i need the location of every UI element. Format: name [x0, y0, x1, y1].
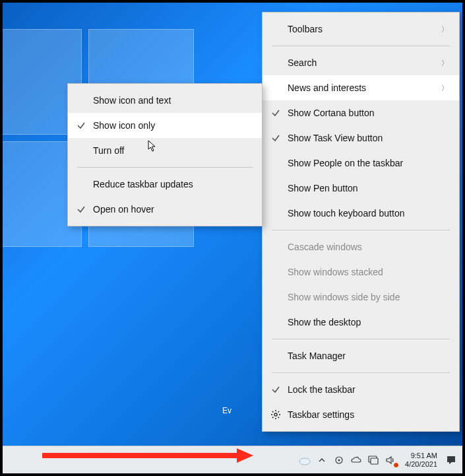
volume-icon[interactable] — [384, 454, 397, 467]
menu-label: Reduce taskbar updates — [93, 179, 251, 189]
menu-item-cascade-windows: Cascade windows — [263, 234, 459, 259]
submenu-item-turn-off[interactable]: Turn off — [68, 138, 262, 163]
menu-label: Turn off — [93, 145, 251, 156]
menu-label: Show touch keyboard button — [288, 208, 449, 219]
menu-label: Show icon only — [93, 120, 251, 131]
menu-item-show-desktop[interactable]: Show the desktop — [263, 310, 459, 335]
chevron-right-icon: 〉 — [441, 83, 449, 93]
menu-item-search[interactable]: Search 〉 — [263, 50, 459, 75]
menu-item-toolbars[interactable]: Toolbars 〉 — [263, 17, 459, 42]
menu-label: Show windows side by side — [288, 292, 449, 302]
menu-label: Show icon and text — [93, 95, 251, 106]
taskbar-context-menu: Toolbars 〉 Search 〉 News and interests 〉… — [262, 12, 460, 432]
menu-label: Show Pen button — [288, 183, 449, 193]
menu-item-show-people[interactable]: Show People on the taskbar — [263, 151, 459, 176]
menu-label: Task Manager — [288, 351, 449, 361]
menu-item-show-windows-side-by-side: Show windows side by side — [263, 285, 459, 310]
svg-point-0 — [274, 413, 277, 416]
action-center-icon[interactable] — [445, 454, 457, 466]
check-icon — [270, 108, 281, 118]
submenu-item-reduce-taskbar-updates[interactable]: Reduce taskbar updates — [68, 172, 262, 197]
gear-icon — [270, 409, 281, 420]
menu-separator — [272, 230, 450, 230]
menu-item-lock-taskbar[interactable]: Lock the taskbar — [263, 377, 459, 402]
menu-label: Show Cortana button — [288, 108, 449, 118]
menu-label: Taskbar settings — [288, 409, 449, 420]
menu-label: Show the desktop — [288, 317, 449, 327]
menu-item-show-cortana-button[interactable]: Show Cortana button — [263, 100, 459, 125]
error-badge-icon — [393, 462, 399, 468]
taskbar-time: 9:51 AM — [411, 452, 437, 460]
menu-item-news-and-interests[interactable]: News and interests 〉 — [263, 75, 459, 100]
menu-label: Cascade windows — [288, 242, 449, 252]
menu-item-show-task-view-button[interactable]: Show Task View button — [263, 125, 459, 151]
check-icon — [270, 384, 281, 395]
menu-separator — [272, 339, 450, 339]
menu-label: Lock the taskbar — [288, 384, 449, 395]
menu-separator — [272, 372, 450, 373]
svg-point-3 — [338, 459, 340, 461]
menu-label: Show Task View button — [288, 133, 449, 143]
submenu-item-show-icon-and-text[interactable]: Show icon and text — [68, 88, 262, 113]
submenu-item-open-on-hover[interactable]: Open on hover — [68, 197, 262, 222]
news-interests-submenu: Show icon and text Show icon only Turn o… — [67, 83, 263, 226]
menu-item-task-manager[interactable]: Task Manager — [263, 343, 459, 368]
check-icon — [76, 204, 86, 215]
menu-separator — [272, 46, 450, 46]
menu-label: Search — [288, 57, 435, 68]
check-icon — [270, 133, 281, 143]
menu-label: Show windows stacked — [288, 267, 449, 277]
svg-point-1 — [299, 458, 310, 465]
check-icon — [76, 120, 86, 131]
menu-item-taskbar-settings[interactable]: Taskbar settings — [263, 402, 459, 427]
menu-label: News and interests — [288, 83, 435, 93]
menu-label: Show People on the taskbar — [288, 158, 449, 168]
chevron-right-icon: 〉 — [441, 58, 449, 68]
taskbar-date: 4/20/2021 — [405, 460, 437, 469]
menu-item-show-pen-button[interactable]: Show Pen button — [263, 176, 459, 201]
onedrive-icon[interactable] — [350, 454, 363, 467]
taskbar-clock[interactable]: 9:51 AM 4/20/2021 — [405, 452, 437, 469]
location-icon[interactable] — [332, 454, 346, 467]
menu-item-show-touch-keyboard[interactable]: Show touch keyboard button — [263, 201, 459, 226]
menu-separator — [77, 167, 253, 168]
menu-label: Open on hover — [93, 204, 251, 215]
submenu-item-show-icon-only[interactable]: Show icon only — [68, 113, 262, 138]
screen-projection-icon[interactable] — [367, 454, 380, 467]
weather-icon[interactable] — [298, 454, 311, 467]
chevron-right-icon: 〉 — [441, 24, 449, 34]
tray-chevron-up-icon[interactable] — [315, 454, 328, 467]
menu-label: Toolbars — [288, 24, 435, 34]
desktop-text-fragment: Ev — [222, 406, 232, 415]
menu-item-show-windows-stacked: Show windows stacked — [263, 259, 459, 285]
taskbar[interactable]: 9:51 AM 4/20/2021 — [3, 446, 462, 473]
svg-rect-5 — [371, 458, 378, 464]
